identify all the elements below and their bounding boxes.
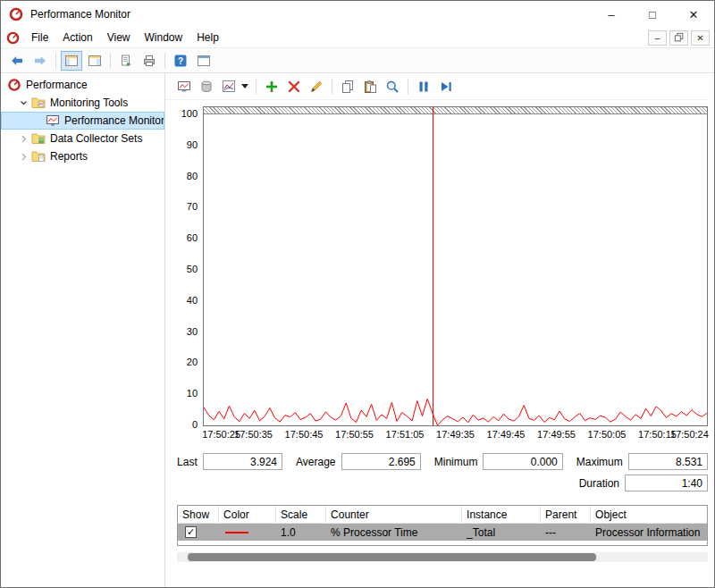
back-button[interactable] — [6, 51, 28, 71]
title-bar: Performance Monitor – □ ✕ — [1, 1, 714, 28]
x-tick-label: 17:49:55 — [537, 429, 576, 440]
tree-item-label: Performance Monitor — [64, 114, 164, 127]
monitoring-tools-folder-icon — [31, 96, 46, 110]
change-graph-type-button[interactable] — [219, 77, 239, 97]
toolbar-separator — [332, 79, 332, 95]
new-window-button[interactable] — [193, 51, 214, 71]
console-toolbar: ? — [1, 48, 714, 73]
delete-counter-button[interactable] — [284, 77, 304, 97]
tree-item-data-collector-sets[interactable]: Data Collector Sets — [1, 130, 164, 147]
duration-row: Duration 1:40 — [177, 475, 708, 491]
menu-help[interactable]: Help — [189, 29, 226, 46]
counter-object: Processor Information — [591, 524, 707, 541]
update-data-button[interactable] — [436, 77, 456, 97]
statistics-bar: Last 3.924 Average 2.695 Minimum 0.000 M… — [177, 453, 708, 496]
tree-item-label: Performance — [26, 79, 88, 91]
average-value: 2.695 — [341, 453, 421, 470]
column-header-show[interactable]: Show — [178, 506, 219, 523]
data-collector-sets-folder-icon — [31, 131, 46, 146]
tree-item-monitoring-tools[interactable]: Monitoring Tools — [1, 94, 164, 112]
scrollbar-thumb[interactable] — [188, 553, 596, 561]
perfmon-app-icon — [9, 7, 23, 21]
main-area: Performance Monitoring Tools Performance… — [1, 73, 714, 587]
highlight-button[interactable] — [307, 77, 326, 97]
x-tick-label: 17:50:05 — [588, 429, 627, 440]
print-button[interactable] — [139, 51, 160, 71]
column-header-object[interactable]: Object — [591, 506, 707, 523]
x-axis-labels: 17:50:2517:50:3517:50:4517:50:5517:51:05… — [203, 429, 708, 442]
toolbar-separator — [55, 53, 56, 69]
headroom-hatch-band — [204, 107, 707, 114]
child-close-button[interactable]: ✕ — [691, 30, 710, 46]
x-tick-label: 17:49:35 — [436, 429, 475, 440]
maximum-label: Maximum — [576, 456, 623, 468]
performance-monitor-pane: 0102030405060708090100 17:50:2517:50:351… — [165, 73, 714, 587]
window-title: Performance Monitor — [30, 8, 591, 21]
zoom-button[interactable] — [383, 77, 402, 97]
chevron-expanded-icon[interactable] — [19, 98, 29, 108]
y-tick-label: 20 — [187, 357, 198, 367]
tree-item-reports[interactable]: Reports — [1, 147, 164, 165]
graph-type-dropdown-arrow[interactable] — [241, 84, 248, 88]
column-header-instance[interactable]: Instance — [462, 506, 541, 523]
x-tick-label: 17:49:45 — [487, 429, 526, 440]
y-tick-label: 40 — [187, 295, 198, 306]
view-log-data-button[interactable] — [197, 77, 216, 97]
show-counter-checkbox[interactable]: ✓ — [185, 526, 197, 538]
show-hide-console-tree-button[interactable] — [61, 51, 82, 71]
column-header-parent[interactable]: Parent — [541, 506, 591, 523]
x-tick-label: 17:50:45 — [285, 429, 324, 440]
close-button[interactable]: ✕ — [673, 1, 714, 28]
menu-file[interactable]: File — [24, 29, 55, 46]
menu-action[interactable]: Action — [55, 29, 99, 46]
counter-parent: --- — [541, 524, 591, 541]
copy-properties-button[interactable] — [338, 77, 358, 97]
freeze-display-button[interactable] — [414, 77, 433, 97]
maximize-button[interactable]: □ — [632, 1, 673, 28]
y-tick-label: 30 — [187, 326, 198, 337]
view-current-activity-button[interactable] — [174, 77, 194, 97]
menu-view[interactable]: View — [100, 29, 138, 46]
svg-text:?: ? — [178, 56, 183, 66]
toolbar-separator — [110, 53, 111, 69]
last-label: Last — [177, 456, 198, 468]
y-axis-labels: 0102030405060708090100 — [177, 106, 203, 426]
chevron-collapsed-icon[interactable] — [19, 134, 29, 144]
maximum-value: 8.531 — [628, 453, 708, 470]
toolbar-separator — [408, 79, 408, 95]
column-header-counter[interactable]: Counter — [326, 506, 462, 523]
counter-color-sample — [225, 532, 248, 533]
chevron-collapsed-icon[interactable] — [19, 152, 29, 162]
performance-root-icon — [7, 78, 21, 92]
counter-legend: Show Color Scale Counter Instance Parent… — [177, 505, 708, 546]
minimize-button[interactable]: – — [591, 1, 632, 28]
statistics-row: Last 3.924 Average 2.695 Minimum 0.000 M… — [177, 453, 708, 470]
help-button[interactable]: ? — [170, 51, 191, 71]
counter-name: % Processor Time — [326, 524, 462, 541]
counter-row[interactable]: ✓ 1.0 % Processor Time _Total --- Proces… — [178, 524, 707, 541]
export-list-button[interactable] — [115, 51, 137, 71]
child-restore-button[interactable] — [669, 30, 688, 46]
paste-counter-list-button[interactable] — [360, 77, 380, 97]
last-value: 3.924 — [203, 453, 282, 470]
current-time-marker-line — [433, 107, 433, 425]
column-header-color[interactable]: Color — [219, 506, 276, 523]
tree-item-performance[interactable]: Performance — [1, 76, 164, 94]
child-minimize-button[interactable]: – — [648, 30, 667, 46]
y-tick-label: 60 — [187, 232, 198, 243]
minimum-label: Minimum — [434, 456, 478, 468]
duration-label: Duration — [579, 477, 619, 490]
child-window-controls: – ✕ — [648, 30, 710, 46]
toolbar-separator — [164, 53, 165, 69]
counter-scale: 1.0 — [276, 524, 326, 541]
series-plot — [204, 115, 707, 425]
menu-window[interactable]: Window — [138, 29, 190, 46]
horizontal-scrollbar[interactable] — [177, 552, 708, 562]
add-counter-button[interactable] — [262, 77, 282, 97]
plot-area — [203, 106, 708, 426]
column-header-scale[interactable]: Scale — [276, 506, 326, 523]
y-tick-label: 70 — [187, 201, 198, 212]
forward-button[interactable] — [29, 51, 51, 71]
tree-item-performance-monitor[interactable]: Performance Monitor — [1, 112, 164, 130]
show-hide-action-pane-button[interactable] — [84, 51, 105, 71]
